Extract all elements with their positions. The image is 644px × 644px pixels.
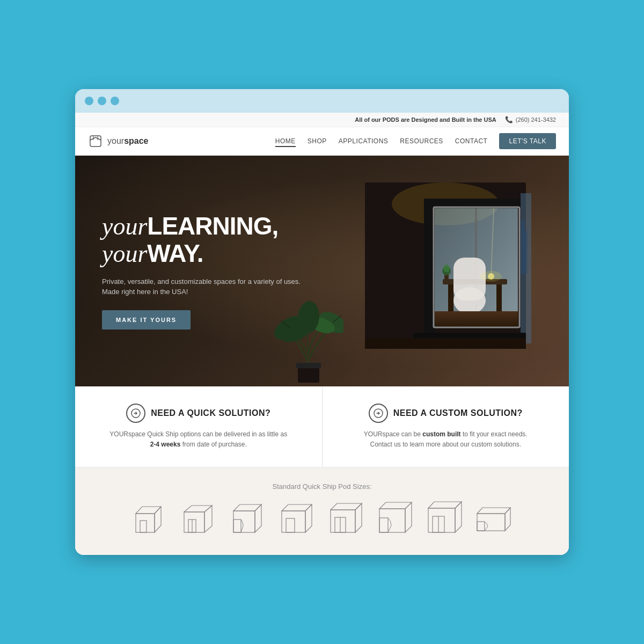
browser-dot-2 <box>98 97 106 105</box>
logo: yourspace <box>88 134 149 149</box>
topbar-bold: Designed and Built in the USA <box>411 116 496 123</box>
svg-rect-40 <box>233 519 241 532</box>
hero-title: yourLEARNING, yourWAY. <box>102 213 301 268</box>
solution-quick: NEED A QUICK SOLUTION? YOURspace Quick S… <box>75 386 323 467</box>
logo-icon <box>88 134 103 149</box>
top-bar: All of our PODS are Designed and Built i… <box>75 113 569 127</box>
hero-content: yourLEARNING, yourWAY. Private, versatil… <box>75 213 327 330</box>
pod-size-7 <box>424 500 467 540</box>
browser-dot-1 <box>85 97 93 105</box>
solution-quick-desc: YOURspace Quick Ship options can be deli… <box>107 429 290 450</box>
solution-quick-icon <box>126 404 145 423</box>
solution-custom: NEED A CUSTOM SOLUTION? YOURspace can be… <box>323 386 569 467</box>
hero-cursive1: your <box>102 213 147 240</box>
pod-size-1 <box>128 500 171 540</box>
svg-rect-43 <box>331 510 355 532</box>
topbar-prefix: All of our PODS are <box>355 116 411 123</box>
hero-section: yourLEARNING, yourWAY. Private, versatil… <box>75 156 569 386</box>
browser-chrome <box>75 89 569 113</box>
pod-sizes-grid <box>91 500 553 540</box>
solution-custom-title: NEED A CUSTOM SOLUTION? <box>393 408 523 418</box>
logo-text: yourspace <box>107 136 149 146</box>
pod-sizes-section: Standard Quick Ship Pod Sizes: <box>75 467 569 555</box>
nav-item-resources[interactable]: RESOURCES <box>400 137 443 145</box>
website-container: All of our PODS are Designed and Built i… <box>75 113 569 555</box>
pod-size-6 <box>375 500 418 540</box>
solutions-section: NEED A QUICK SOLUTION? YOURspace Quick S… <box>75 386 569 467</box>
browser-dot-3 <box>111 97 119 105</box>
solution-custom-header: NEED A CUSTOM SOLUTION? <box>344 404 548 423</box>
hero-pod-illustration <box>354 177 537 365</box>
nav-cta-button[interactable]: LET'S TALK <box>499 133 556 149</box>
svg-rect-51 <box>477 514 505 531</box>
solution-quick-header: NEED A QUICK SOLUTION? <box>97 404 301 423</box>
svg-rect-39 <box>233 511 255 532</box>
nav-links: HOME SHOP APPLICATIONS RESOURCES CONTACT… <box>275 137 556 145</box>
solution-custom-icon <box>369 404 388 423</box>
pod-size-4 <box>276 500 319 540</box>
logo-your: your <box>107 136 124 145</box>
svg-rect-42 <box>286 518 295 532</box>
hero-bold1: LEARNING, <box>147 212 278 240</box>
svg-rect-13 <box>435 311 518 326</box>
nav-item-shop[interactable]: SHOP <box>308 137 327 145</box>
svg-rect-26 <box>296 363 321 368</box>
svg-rect-12 <box>453 258 486 301</box>
nav-item-home[interactable]: HOME <box>275 137 296 145</box>
topbar-text: All of our PODS are Designed and Built i… <box>355 116 496 123</box>
svg-rect-35 <box>140 521 147 532</box>
nav-item-contact[interactable]: CONTACT <box>455 137 488 145</box>
svg-rect-52 <box>477 522 485 531</box>
logo-space: space <box>124 136 148 145</box>
pod-size-3 <box>226 500 269 540</box>
svg-rect-36 <box>184 512 204 532</box>
hero-cursive2: your <box>102 240 147 267</box>
hero-cta-button[interactable]: MAKE IT YOURS <box>102 310 191 330</box>
navbar: yourspace HOME SHOP APPLICATIONS RESOURC… <box>75 127 569 156</box>
phone-icon: 📞 <box>505 116 513 123</box>
svg-point-21 <box>480 271 502 282</box>
hero-subtitle: Private, versatile, and customizable spa… <box>102 276 301 297</box>
pod-size-8 <box>473 500 516 540</box>
phone-number: (260) 241-3432 <box>516 116 556 123</box>
svg-point-24 <box>443 265 450 272</box>
svg-rect-18 <box>365 338 526 349</box>
solution-quick-title: NEED A QUICK SOLUTION? <box>151 408 270 418</box>
hero-bold2: WAY. <box>147 239 203 267</box>
svg-rect-47 <box>379 518 388 532</box>
svg-rect-34 <box>136 514 155 532</box>
hero-title-line1: yourLEARNING, <box>102 213 301 240</box>
hero-title-line2: yourWAY. <box>102 240 301 268</box>
pod-size-5 <box>325 500 368 540</box>
solution-custom-desc: YOURspace can be custom built to fit you… <box>354 429 537 450</box>
svg-rect-46 <box>379 509 405 532</box>
svg-rect-41 <box>282 511 305 532</box>
topbar-phone: 📞 (260) 241-3432 <box>505 116 556 123</box>
browser-window: All of our PODS are Designed and Built i… <box>75 89 569 555</box>
nav-item-applications[interactable]: APPLICATIONS <box>339 137 388 145</box>
nav-cta-item[interactable]: LET'S TALK <box>499 137 556 145</box>
pod-size-2 <box>177 500 220 540</box>
svg-rect-16 <box>523 231 528 274</box>
pod-sizes-label: Standard Quick Ship Pod Sizes: <box>91 482 553 491</box>
